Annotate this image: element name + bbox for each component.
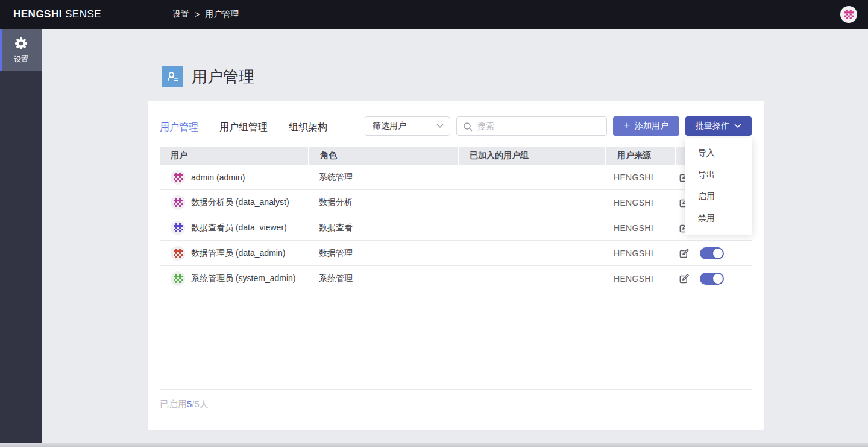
app-window: HENGSHISENSE 设置 > 用户管理 — [0, 0, 868, 447]
page-title: 用户管理 — [192, 66, 254, 87]
table-row: 数据管理员 (data_admin) 数据管理 HENGSHI — [160, 241, 752, 266]
source-cell: HENGSHI — [603, 274, 671, 284]
table-row: 数据查看员 (data_viewer) 数据查看 HENGSHI — [160, 215, 752, 241]
user-cell: 数据分析员 (data_analyst) — [160, 195, 308, 210]
brand-bold: HENGSHI — [13, 8, 62, 20]
breadcrumb-root[interactable]: 设置 — [172, 9, 189, 20]
avatar-identicon-icon — [174, 173, 183, 182]
edit-user-button[interactable] — [678, 247, 690, 259]
user-cell: 数据管理员 (data_admin) — [160, 246, 308, 261]
add-user-label: 添加用户 — [635, 121, 668, 132]
enabled-count-status: 已启用5/5人 — [160, 399, 209, 410]
filter-user-value: 筛选用户 — [373, 121, 406, 132]
user-cell: admin (admin) — [160, 170, 308, 185]
table-header: 用户 角色 已加入的用户组 用户来源 — [160, 147, 752, 165]
sidebar-item-label: 设置 — [14, 54, 28, 65]
avatar-identicon-icon — [174, 198, 183, 207]
role-cell: 数据查看 — [308, 223, 456, 233]
tab-user-management[interactable]: 用户管理 — [160, 121, 198, 134]
user-name: 数据管理员 (data_admin) — [191, 248, 285, 259]
avatar-identicon-icon — [174, 223, 183, 232]
user-name: 系统管理员 (system_admin) — [191, 273, 295, 284]
user-management-icon — [162, 66, 183, 87]
brand-logo: HENGSHISENSE — [13, 8, 101, 21]
user-cell: 数据查看员 (data_viewer) — [160, 221, 308, 235]
edit-icon — [678, 247, 690, 259]
batch-operations-label: 批量操作 — [696, 121, 729, 132]
content-card: 用户管理 用户组管理 组织架构 筛选用户 — [148, 101, 764, 430]
menu-item-disable[interactable]: 禁用 — [685, 207, 752, 229]
batch-operations-button[interactable]: 批量操作 — [685, 116, 752, 136]
breadcrumb-separator: > — [195, 10, 200, 19]
user-avatar[interactable] — [840, 6, 857, 23]
brand-light: SENSE — [65, 8, 101, 20]
tab-divider — [209, 123, 209, 133]
avatar-identicon-icon — [174, 249, 183, 258]
toggle-knob — [713, 249, 723, 258]
main-area: 用户管理 用户管理 用户组管理 组织架构 筛选用户 — [42, 29, 868, 447]
table-row: 系统管理员 (system_admin) 系统管理 HENGSHI — [160, 266, 752, 291]
tab-user-group-management[interactable]: 用户组管理 — [219, 121, 268, 134]
edit-icon — [678, 273, 690, 285]
source-cell: HENGSHI — [603, 173, 671, 182]
user-name: admin (admin) — [191, 173, 245, 182]
add-user-button[interactable]: + 添加用户 — [613, 116, 679, 136]
batch-operations-menu: 导入 导出 启用 禁用 — [685, 138, 752, 235]
chevron-down-icon — [436, 124, 444, 128]
header-groups: 已加入的用户组 — [459, 147, 605, 165]
source-cell: HENGSHI — [603, 198, 671, 208]
avatar-identicon-icon — [174, 274, 183, 283]
user-avatar — [171, 195, 185, 210]
header-source: 用户来源 — [606, 147, 675, 165]
role-cell: 数据管理 — [308, 248, 456, 259]
search-input[interactable] — [457, 117, 606, 135]
source-cell: HENGSHI — [603, 249, 671, 258]
user-name: 数据查看员 (data_viewer) — [191, 223, 287, 233]
enabled-toggle[interactable] — [700, 247, 724, 259]
user-avatar — [171, 170, 185, 185]
tab-divider — [278, 123, 278, 133]
menu-item-export[interactable]: 导出 — [685, 163, 752, 185]
gear-icon — [14, 36, 28, 51]
user-avatar — [171, 271, 185, 286]
tab-organization[interactable]: 组织架构 — [289, 121, 327, 134]
user-name: 数据分析员 (data_analyst) — [191, 197, 289, 208]
actions-cell — [671, 273, 747, 285]
active-indicator — [0, 29, 2, 71]
search-box — [456, 116, 607, 136]
table-row: 数据分析员 (data_analyst) 数据分析 HENGSHI — [160, 190, 752, 215]
table-body: admin (admin) 系统管理 HENGSHI — [160, 165, 752, 291]
role-cell: 系统管理 — [308, 172, 456, 183]
header-user: 用户 — [160, 147, 308, 165]
menu-item-import[interactable]: 导入 — [685, 142, 752, 163]
user-avatar — [171, 221, 185, 235]
breadcrumb: 设置 > 用户管理 — [172, 9, 239, 20]
chevron-down-icon — [734, 124, 741, 128]
sidebar: 设置 — [0, 29, 42, 443]
enabled-count-suffix: /5人 — [192, 399, 209, 409]
footer-divider — [160, 389, 752, 390]
actions-cell — [671, 247, 747, 259]
page-header: 用户管理 — [162, 66, 254, 87]
table-row: admin (admin) 系统管理 HENGSHI — [160, 165, 752, 190]
role-cell: 系统管理 — [308, 273, 456, 284]
breadcrumb-current: 用户管理 — [205, 9, 239, 20]
enabled-toggle[interactable] — [700, 273, 724, 285]
plus-icon: + — [624, 119, 630, 132]
tab-bar: 用户管理 用户组管理 组织架构 — [160, 121, 327, 134]
source-cell: HENGSHI — [603, 223, 671, 233]
role-cell: 数据分析 — [308, 197, 456, 208]
window-bottom-edge — [0, 443, 868, 447]
user-avatar — [171, 246, 185, 261]
toggle-knob — [713, 274, 723, 284]
top-bar: HENGSHISENSE 设置 > 用户管理 — [0, 0, 868, 29]
sidebar-item-settings[interactable]: 设置 — [0, 29, 42, 71]
header-role: 角色 — [309, 147, 458, 165]
avatar-identicon-icon — [844, 10, 854, 19]
user-cell: 系统管理员 (system_admin) — [160, 271, 308, 286]
menu-item-enable[interactable]: 启用 — [685, 185, 752, 207]
enabled-count-prefix: 已启用 — [160, 399, 187, 409]
edit-user-button[interactable] — [678, 273, 690, 285]
filter-user-select[interactable]: 筛选用户 — [365, 116, 450, 136]
